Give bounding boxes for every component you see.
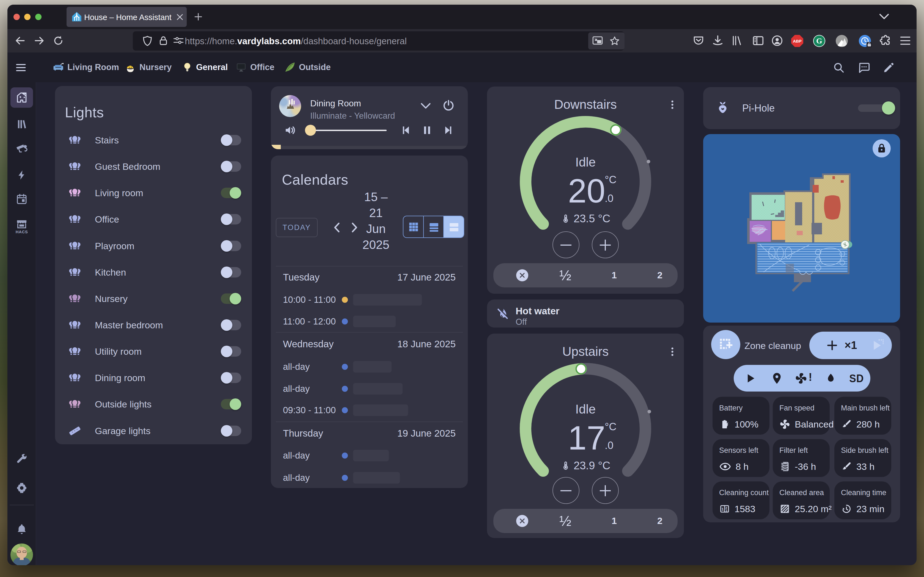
svg-text:2: 2 bbox=[725, 506, 727, 510]
svg-text:1: 1 bbox=[722, 507, 724, 511]
svg-text:3: 3 bbox=[726, 509, 727, 513]
